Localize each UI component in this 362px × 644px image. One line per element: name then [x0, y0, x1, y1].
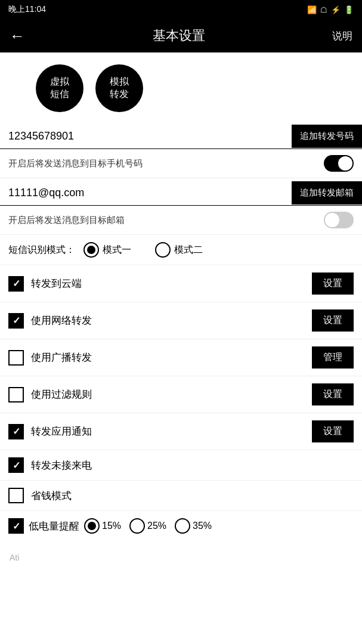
toggle-phone-row: 开启后将发送消息到目标手机号码	[0, 149, 362, 178]
battery-label-35: 35%	[193, 521, 212, 531]
battery-icon: 🔋	[344, 5, 354, 14]
top-nav: ← 基本设置 说明	[0, 19, 362, 52]
sms-mode-row: 短信识别模式： 模式一 模式二	[0, 235, 362, 265]
battery-reminder-row: 低电量提醒 15% 25% 35%	[0, 511, 362, 541]
toggle-email-label: 开启后将发送消息到目标邮箱	[8, 215, 125, 226]
manage-broadcast-forward-btn[interactable]: 管理	[312, 346, 354, 369]
table-row: 使用过滤规则 设置	[0, 376, 362, 413]
checkbox-forward-cloud[interactable]	[8, 276, 24, 292]
checkbox-filter-rules-label: 使用过滤规则	[31, 388, 92, 401]
page-title: 基本设置	[153, 27, 205, 45]
battery-radio-35[interactable]	[175, 518, 190, 534]
radio-mode-two-circle[interactable]	[155, 242, 171, 258]
bottom-area: Ati	[0, 541, 362, 574]
table-row: 使用网络转发 设置	[0, 302, 362, 339]
setting-network-forward-btn[interactable]: 设置	[312, 309, 354, 332]
checkbox-network-forward[interactable]	[8, 313, 24, 329]
setting-forward-cloud-btn[interactable]: 设置	[312, 273, 354, 295]
checkbox-filter-rules[interactable]	[8, 387, 24, 402]
checkbox-save-money-label: 省钱模式	[31, 489, 72, 503]
battery-label-25: 25%	[147, 521, 166, 531]
checkbox-broadcast-forward[interactable]	[8, 350, 24, 366]
battery-option-15[interactable]: 15%	[84, 518, 121, 534]
toggle-phone-switch[interactable]	[324, 155, 354, 172]
add-phone-button[interactable]: 追加转发号码	[292, 125, 362, 148]
checkbox-battery-reminder[interactable]	[8, 518, 24, 534]
bottom-text: Ati	[10, 553, 19, 562]
checkbox-forward-app-notif-label: 转发应用通知	[31, 425, 92, 438]
radio-mode-two-label: 模式二	[174, 244, 203, 256]
phone-input[interactable]	[0, 124, 292, 148]
status-bar: 晚上11:04 📶 ☖ ⚡ 🔋	[0, 0, 362, 19]
virtual-sms-button[interactable]: 虚拟短信	[36, 64, 83, 112]
table-row: 转发未接来电	[0, 450, 362, 481]
battery-option-25[interactable]: 25%	[129, 518, 166, 534]
checkbox-forward-cloud-label: 转发到云端	[31, 277, 82, 290]
sms-mode-label: 短信识别模式：	[8, 244, 75, 256]
radio-mode-one-circle[interactable]	[83, 242, 99, 258]
battery-radio-25[interactable]	[129, 518, 145, 534]
table-row: 转发应用通知 设置	[0, 413, 362, 450]
main-content: 虚拟短信 模拟转发 追加转发号码 开启后将发送消息到目标手机号码 追加转发邮箱 …	[0, 52, 362, 592]
back-button[interactable]: ←	[10, 27, 25, 45]
checkbox-forward-app-notif[interactable]	[8, 424, 24, 439]
wifi-icon: 📶	[307, 5, 317, 14]
battery-options: 15% 25% 35%	[84, 518, 354, 534]
battery-radio-15[interactable]	[84, 518, 100, 534]
signal-icon: ☖	[320, 5, 327, 14]
bolt-icon: ⚡	[331, 5, 341, 14]
checkbox-list: 转发到云端 设置 使用网络转发 设置 使用广播转发 管理 使用过滤规则	[0, 265, 362, 511]
toggle-phone-label: 开启后将发送消息到目标手机号码	[8, 158, 143, 169]
email-input[interactable]	[0, 181, 292, 205]
table-row: 使用广播转发 管理	[0, 339, 362, 376]
setting-filter-rules-btn[interactable]: 设置	[312, 383, 354, 405]
radio-mode-one[interactable]: 模式一	[83, 242, 131, 258]
checkbox-missed-call[interactable]	[8, 457, 24, 473]
toggle-email-switch[interactable]	[324, 212, 354, 228]
email-input-row: 追加转发邮箱	[0, 181, 362, 206]
checkbox-missed-call-label: 转发未接来电	[31, 459, 92, 472]
phone-input-row: 追加转发号码	[0, 124, 362, 149]
mode-buttons-row: 虚拟短信 模拟转发	[0, 52, 362, 122]
table-row: 转发到云端 设置	[0, 265, 362, 302]
toggle-email-row: 开启后将发送消息到目标邮箱	[0, 206, 362, 235]
battery-label-15: 15%	[102, 521, 121, 531]
battery-option-35[interactable]: 35%	[175, 518, 212, 534]
radio-mode-one-label: 模式一	[103, 244, 131, 256]
sim-forward-button[interactable]: 模拟转发	[95, 64, 143, 112]
help-button[interactable]: 说明	[332, 29, 352, 43]
status-time: 晚上11:04	[8, 4, 46, 15]
checkbox-network-forward-label: 使用网络转发	[31, 314, 92, 327]
add-email-button[interactable]: 追加转发邮箱	[292, 181, 362, 205]
status-icons: 📶 ☖ ⚡ 🔋	[307, 5, 354, 14]
radio-mode-two[interactable]: 模式二	[155, 242, 203, 258]
table-row: 省钱模式	[0, 481, 362, 511]
checkbox-save-money[interactable]	[8, 488, 24, 503]
checkbox-battery-reminder-label: 低电量提醒	[29, 519, 79, 533]
setting-forward-app-notif-btn[interactable]: 设置	[312, 420, 354, 442]
checkbox-broadcast-forward-label: 使用广播转发	[31, 351, 92, 364]
